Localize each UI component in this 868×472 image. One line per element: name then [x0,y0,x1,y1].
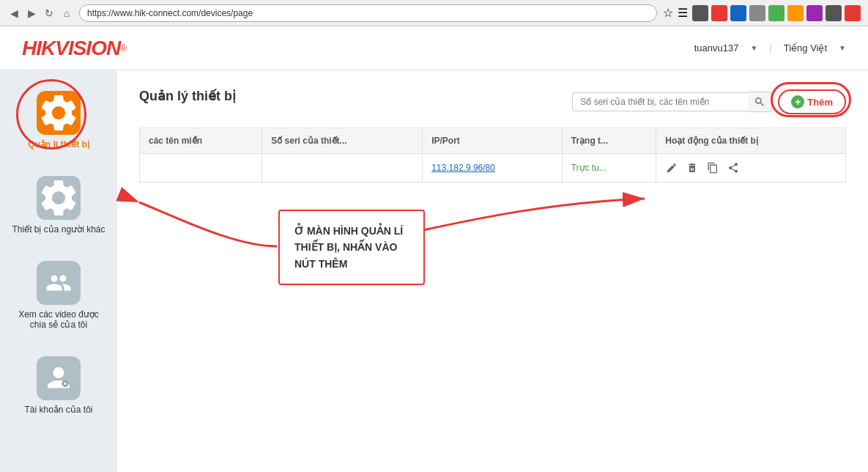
share-icon-svg [727,162,739,174]
sidebar-label-other-devices: Thiết bị của người khác [12,224,105,235]
col-ip-port: IP/Port [423,128,563,154]
user-chevron[interactable]: ▼ [750,44,757,52]
cell-domain [140,154,262,182]
ext-icon-7 [806,5,823,21]
action-icons [665,161,837,174]
sidebar-item-my-account[interactable]: Tài khoản của tôi [18,350,98,421]
search-area [572,92,772,112]
sidebar-icon-account [37,356,81,400]
page-title: Quản lý thiết bị [139,88,236,104]
lang-chevron[interactable]: ▼ [839,44,846,52]
edit-icon[interactable] [665,161,678,174]
ext-icon-8 [826,5,842,21]
delete-icon-svg [686,162,698,174]
star-icon[interactable]: ☆ [663,6,673,20]
sidebar-icon-other-devices [37,176,81,220]
sidebar: Quản lí thiết bị Thiết bị của người khác [0,70,117,472]
home-button[interactable]: ⌂ [60,7,73,20]
delete-icon[interactable] [686,161,699,174]
address-bar[interactable]: https://www.hik-connect.com/devices/page [79,4,657,22]
refresh-button[interactable]: ↻ [42,7,56,20]
ext-icon-9 [845,5,861,21]
gear-icon-active [37,91,81,135]
col-serial: Số seri của thiết... [262,128,423,154]
edit-icon-svg [666,162,678,174]
ext-icon-4 [749,5,765,21]
content-area: Quản lý thiết bị + Thêm [117,70,868,472]
ext-icon-6 [787,5,804,21]
cell-actions [656,154,846,182]
username[interactable]: tuanvu137 [694,43,739,54]
browser-toolbar: ☆ ☰ [663,5,861,21]
sidebar-item-other-devices[interactable]: Thiết bị của người khác [6,170,111,240]
search-icon [754,96,765,108]
cell-status: Trực tu... [562,154,656,182]
plus-icon: + [791,95,804,108]
tooltip-text: Ở MÀN HÌNH QUẢN LÍ THIẾT BỊ, NHẤN VÀO NÚ… [294,225,403,270]
people-icon [45,270,72,296]
col-actions: Hoạt động của thiết bị [656,128,846,154]
table-header-row: các tên miền Số seri của thiết... IP/Por… [140,128,846,154]
table-row: 113.182.9.96/80 Trực tu... [140,154,846,182]
forward-button[interactable]: ▶ [25,7,38,20]
cell-serial [262,154,423,182]
browser-bar: ◀ ▶ ↻ ⌂ https://www.hik-connect.com/devi… [0,0,868,26]
person-icon [45,365,72,391]
page-wrapper: HIKVISION® tuanvu137 ▼ | Tiếng Việt ▼ [0,26,868,472]
ext-icon-3 [730,5,746,21]
logo: HIKVISION® [22,37,127,60]
ext-icon-1 [692,5,708,21]
annotation-tooltip: Ở MÀN HÌNH QUẢN LÍ THIẾT BỊ, NHẤN VÀO NÚ… [278,210,425,285]
logo-text: HIKVISION [22,37,120,60]
add-button-label: Thêm [807,97,833,108]
main-layout: Quản lí thiết bị Thiết bị của người khác [0,70,868,472]
sidebar-icon-shared-video [37,261,81,305]
logo-reg: ® [120,43,127,54]
url-text: https://www.hik-connect.com/devices/page [87,8,253,18]
add-btn-wrapper: + Thêm [778,89,846,114]
copy-icon-svg [707,162,719,174]
sidebar-label-my-account: Tài khoản của tôi [24,405,92,415]
device-table: các tên miền Số seri của thiết... IP/Por… [139,128,846,182]
copy-icon[interactable] [706,161,719,174]
sidebar-label-shared-video: Xem các video được chia sẻ của tôi [11,309,106,330]
ip-port-link[interactable]: 113.182.9.96/80 [431,163,495,173]
language-selector[interactable]: Tiếng Việt [784,43,827,54]
back-button[interactable]: ◀ [7,7,21,20]
menu-icon[interactable]: ☰ [678,6,688,20]
sidebar-item-quan-li-thiet-bi[interactable]: Quản lí thiết bị [22,85,95,155]
ext-icon-5 [768,5,784,21]
site-header: HIKVISION® tuanvu137 ▼ | Tiếng Việt ▼ [0,26,868,70]
col-domain: các tên miền [140,128,262,154]
sidebar-active-wrapper: Quản lí thiết bị [22,85,95,155]
cell-ip-port: 113.182.9.96/80 [423,154,563,182]
sidebar-item-shared-video[interactable]: Xem các video được chia sẻ của tôi [5,255,112,336]
toolbar: + Thêm [572,89,846,114]
header-user-area: tuanvu137 ▼ | Tiếng Việt ▼ [694,43,846,54]
search-button[interactable] [748,92,772,112]
gear-icon-gray [37,176,81,220]
ext-icon-2 [711,5,727,21]
add-device-button[interactable]: + Thêm [778,89,846,114]
separator: | [769,43,771,54]
browser-nav[interactable]: ◀ ▶ ↻ ⌂ [7,7,73,20]
col-status: Trạng t... [562,128,656,154]
status-badge: Trực tu... [571,163,607,173]
sidebar-icon-device-manage [37,91,81,135]
search-input[interactable] [572,92,748,111]
sidebar-label-device-manage: Quản lí thiết bị [28,139,89,150]
share-icon[interactable] [727,161,740,174]
